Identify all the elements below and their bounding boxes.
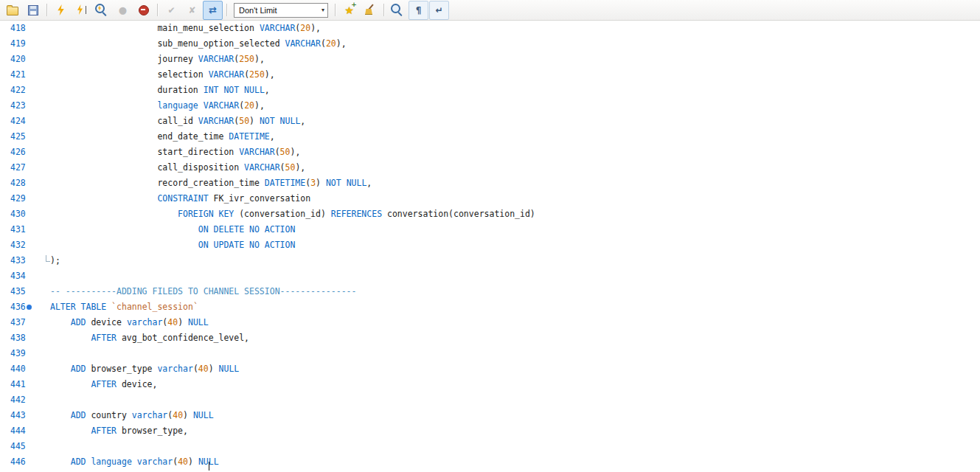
code-line: 435-- ----------ADDING FILEDS TO CHANNEL…	[0, 284, 980, 299]
statement-marker-icon	[27, 305, 32, 310]
code-line: 422 duration INT NOT NULL,	[0, 83, 980, 98]
code-line: 436ALTER TABLE `channel_session`	[0, 299, 980, 315]
chevron-down-icon: ▾	[322, 7, 324, 13]
beautify-script-button[interactable]	[360, 1, 380, 20]
code-text[interactable]: ON DELETE NO ACTION	[37, 222, 295, 237]
code-line: 433);	[0, 253, 980, 268]
toolbar-separator	[226, 4, 227, 16]
line-number: 444	[0, 423, 37, 439]
save-sql-script-button[interactable]	[23, 1, 43, 20]
execute-current-statement-button[interactable]	[72, 1, 91, 20]
line-number: 431	[0, 222, 37, 237]
rollback-x-icon: ✘	[188, 6, 195, 15]
code-text[interactable]: AFTER browser_type,	[37, 423, 188, 439]
limit-rows-combobox[interactable]: Don't Limit▾	[234, 3, 328, 18]
code-line: 424 call_id VARCHAR(50) NOT NULL,	[0, 114, 980, 129]
sql-editor-window: ●✔✘⇄Don't Limit▾★¶↵ 418 main_menu_select…	[0, 0, 980, 472]
line-number: 429	[0, 191, 37, 206]
line-number: 436	[0, 299, 37, 315]
save-icon	[28, 5, 38, 15]
line-number: 438	[0, 330, 37, 346]
code-line: 421 selection VARCHAR(250),	[0, 67, 980, 83]
code-text[interactable]	[37, 268, 50, 284]
code-text[interactable]	[37, 439, 50, 454]
code-line: 444 AFTER browser_type,	[0, 423, 980, 439]
open-folder-icon	[7, 7, 18, 15]
code-text[interactable]: selection VARCHAR(250),	[37, 67, 275, 83]
code-text[interactable]: record_creation_time DATETIME(3) NOT NUL…	[37, 176, 372, 191]
code-text[interactable]: CONSTRAINT FK_ivr_conversation	[37, 191, 310, 206]
code-line: 429 CONSTRAINT FK_ivr_conversation	[0, 191, 980, 206]
code-line: 441 AFTER device,	[0, 377, 980, 392]
line-number: 423	[0, 98, 37, 114]
code-text[interactable]	[37, 392, 50, 408]
lightning-cursor-icon	[77, 4, 87, 15]
open-sql-script-button[interactable]	[2, 1, 22, 20]
code-line: 419 sub_menu_option_selected VARCHAR(20)…	[0, 36, 980, 52]
code-line: 437 ADD device varchar(40) NULL	[0, 315, 980, 330]
code-text[interactable]: ADD device varchar(40) NULL	[37, 315, 209, 330]
line-number: 443	[0, 408, 37, 423]
explain-plan-button[interactable]	[92, 1, 112, 20]
code-line: 426 start_direction VARCHAR(50),	[0, 145, 980, 160]
broom-icon	[364, 4, 375, 15]
code-text[interactable]: ON UPDATE NO ACTION	[37, 237, 295, 253]
code-text[interactable]: call_id VARCHAR(50) NOT NULL,	[37, 114, 305, 129]
code-text[interactable]	[37, 470, 50, 471]
line-number: 434	[0, 268, 37, 284]
magnifier-lightning-icon	[95, 4, 105, 13]
code-line: 440 ADD browser_type varchar(40) NULL	[0, 361, 980, 377]
toggle-autocommit-button[interactable]: ⇄	[203, 1, 223, 20]
line-number: 442	[0, 392, 37, 408]
code-text[interactable]: start_direction VARCHAR(50),	[37, 145, 300, 160]
line-number: 441	[0, 377, 37, 392]
code-text[interactable]	[37, 346, 50, 361]
line-number: 425	[0, 129, 37, 145]
line-number: 437	[0, 315, 37, 330]
code-text[interactable]: -- ----------ADDING FILEDS TO CHANNEL SE…	[37, 284, 356, 299]
line-number: 435	[0, 284, 37, 299]
stop-icon: ●	[119, 5, 127, 15]
code-line: 439	[0, 346, 980, 361]
toggle-stop-on-error-button[interactable]	[133, 1, 153, 20]
commit-transaction-button: ✔	[161, 1, 181, 20]
code-text[interactable]: end_date_time DATETIME,	[37, 129, 275, 145]
code-text[interactable]: FOREIGN KEY (conversation_id) REFERENCES…	[37, 206, 535, 222]
code-line: 443 ADD country varchar(40) NULL	[0, 408, 980, 423]
code-text[interactable]: AFTER device,	[37, 377, 157, 392]
code-text[interactable]: journey VARCHAR(250),	[37, 52, 265, 67]
code-line: 423 language VARCHAR(20),	[0, 98, 980, 114]
line-number: 432	[0, 237, 37, 253]
code-text[interactable]: main_menu_selection VARCHAR(20),	[37, 21, 321, 36]
stop-on-error-icon	[139, 5, 149, 15]
save-snippet-button[interactable]: ★	[339, 1, 359, 20]
code-text[interactable]: AFTER avg_bot_confidence_level,	[37, 330, 249, 346]
code-line: 431 ON DELETE NO ACTION	[0, 222, 980, 237]
find-panel-button[interactable]	[388, 1, 408, 20]
execute-script-button[interactable]	[51, 1, 71, 20]
code-text[interactable]: sub_menu_option_selected VARCHAR(20),	[37, 36, 347, 52]
fold-end-marker-icon	[46, 255, 50, 262]
pilcrow-icon: ¶	[416, 6, 422, 15]
code-text[interactable]: ADD country varchar(40) NULL	[37, 408, 214, 423]
code-text[interactable]: ALTER TABLE `channel_session`	[37, 299, 198, 315]
code-text[interactable]: language VARCHAR(20),	[37, 98, 265, 114]
sql-editor[interactable]: 418 main_menu_selection VARCHAR(20),419 …	[0, 21, 980, 471]
line-number: 422	[0, 83, 37, 98]
code-line: 438 AFTER avg_bot_confidence_level,	[0, 330, 980, 346]
line-number: 446	[0, 454, 37, 470]
search-icon	[391, 4, 400, 13]
code-text[interactable]: call_disposition VARCHAR(50),	[37, 160, 305, 176]
code-line: 447	[0, 470, 980, 471]
commit-check-icon: ✔	[167, 6, 175, 15]
code-text[interactable]: ADD language varchar(40) NULL	[37, 454, 219, 470]
line-number: 445	[0, 439, 37, 454]
toggle-invisible-characters-button[interactable]: ¶	[409, 1, 428, 20]
line-number: 419	[0, 36, 37, 52]
toggle-word-wrap-button[interactable]: ↵	[429, 1, 449, 20]
execute-lightning-icon	[57, 4, 66, 15]
line-number: 418	[0, 21, 37, 36]
code-text[interactable]: duration INT NOT NULL,	[37, 83, 270, 98]
line-number: 426	[0, 145, 37, 160]
code-text[interactable]: ADD browser_type varchar(40) NULL	[37, 361, 239, 377]
